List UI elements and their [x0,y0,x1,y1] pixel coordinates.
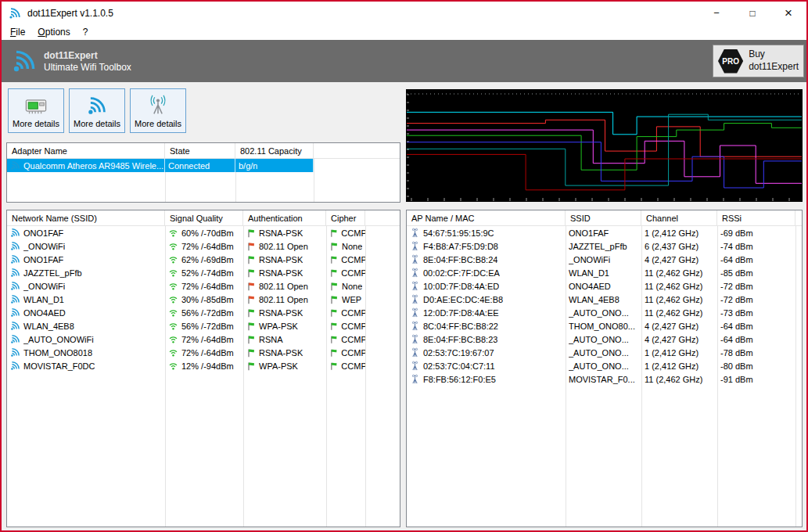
cell: 11 (2,462 GHz) [641,266,717,279]
window-title: dot11Expert v1.1.0.5 [27,8,113,19]
cell: 1 (2,412 GHz) [641,346,717,359]
column-header[interactable]: Signal Quality [165,210,243,225]
column-header[interactable]: SSID [566,210,641,225]
network-row[interactable]: ONO1FAF 60% /-70dBm RSNA-PSK CCMP [7,226,400,239]
banner-text: dot11Expert Ultimate Wifi Toolbox [44,50,131,73]
network-row[interactable]: MOVISTAR_F0DC 12% /-94dBm WPA-PSK CCMP [7,359,400,372]
network-row[interactable]: WLAN_D1 30% /-85dBm 802.11 Open WEP [7,293,400,306]
cell: 4 (2,427 GHz) [641,332,717,346]
signal-label: 72% /-64dBm [181,282,234,291]
ap-row[interactable]: 00:02:CF:7F:DC:EAWLAN_D111 (2,462 GHz)-8… [407,266,802,279]
cell: Qualcomm Atheros AR9485 Wirele... [7,159,165,172]
list-body: Qualcomm Atheros AR9485 Wirele...Connect… [7,159,400,202]
buy-line1: Buy [749,49,799,61]
column-header[interactable]: RSSi [717,210,795,225]
cell: 8E:04:FF:BC:B8:24 [407,253,566,266]
column-header[interactable]: Adapter Name [7,143,165,158]
network-row[interactable]: _AUTO_ONOWiFi 72% /-64dBm RSNA CCMP [7,332,400,346]
cell: CCMP [326,332,365,346]
buy-pro-button[interactable]: PRO Buy dot11Expert [713,45,804,77]
ap-row[interactable]: 02:53:7C:04:C7:11_AUTO_ONO...1 (2,412 GH… [407,359,802,372]
cell: CCMP [326,319,365,332]
more-details-button-2[interactable]: More details [69,88,125,133]
cell: 1 (2,412 GHz) [641,226,717,239]
ssid-label: ONO1FAF [23,228,63,238]
minimize-button[interactable]: − [698,2,734,24]
ap-channel: 4 (2,427 GHz) [645,335,698,344]
column-header[interactable]: Network Name (SSID) [7,210,165,225]
flag-icon [246,322,256,331]
cell: WPA-PSK [243,359,326,372]
wifi-icon [10,307,20,318]
menu-options[interactable]: Options [31,25,76,39]
cell: -85 dBm [717,266,795,279]
more-details-button-3[interactable]: More details [130,88,186,133]
cell: 6 (2,437 GHz) [641,239,717,253]
flag-icon [329,361,338,371]
network-row[interactable]: WLAN_4EB8 56% /-72dBm WPA-PSK CCMP [7,319,400,332]
flag-icon [246,268,256,278]
ssid-label: ONO1FAF [23,255,63,264]
network-row[interactable]: THOM_ONO8018 72% /-64dBm RSNA-PSK CCMP [7,346,400,359]
ap-ssid: _AUTO_ONO... [569,335,629,344]
signal-quality-icon [168,228,178,238]
signal-label: 56% /-72dBm [181,308,234,318]
cell: _ONOWiFi [7,279,165,293]
network-row[interactable]: _ONOWiFi 72% /-64dBm 802.11 Open None [7,279,400,293]
buy-line2: dot11Expert [749,61,799,74]
ap-row[interactable]: 02:53:7C:19:67:07_AUTO_ONO...1 (2,412 GH… [407,346,802,359]
more-details-button-1[interactable]: More details [8,88,64,133]
signal-label: 52% /-74dBm [181,268,234,278]
ssid-label: _AUTO_ONOWiFi [23,335,94,344]
ap-row[interactable]: F4:B8:A7:F5:D9:D8JAZZTEL_pFfb6 (2,437 GH… [407,239,802,253]
ap-channel: 1 (2,412 GHz) [645,361,698,371]
auth-label: RSNA-PSK [259,348,303,358]
column-header[interactable]: 802.11 Capacity [235,143,314,158]
cell: 8E:04:FF:BC:B8:23 [407,332,566,346]
flag-icon [329,308,338,318]
antenna-icon [410,347,420,358]
flag-icon [329,268,338,278]
column-header[interactable]: AP Name / MAC [407,210,566,225]
close-button[interactable]: × [770,2,806,24]
cell: MOVISTAR_F0... [566,372,641,386]
network-row[interactable]: _ONOWiFi 72% /-64dBm 802.11 Open None [7,239,400,253]
cell: WLAN_4EB8 [566,293,641,306]
flag-icon [329,228,338,238]
ap-row[interactable]: D0:AE:EC:DC:4E:B8WLAN_4EB811 (2,462 GHz)… [407,293,802,306]
ap-mac: 00:02:CF:7F:DC:EA [423,268,500,278]
ap-row[interactable]: F8:FB:56:12:F0:E5MOVISTAR_F0...11 (2,462… [407,372,802,386]
ap-ssid: ONO4AED [569,282,611,291]
ap-row[interactable]: 54:67:51:95:15:9CONO1FAF1 (2,412 GHz)-69… [407,226,802,239]
network-row[interactable]: JAZZTEL_pFfb 52% /-74dBm RSNA-PSK CCMP [7,266,400,279]
adapter-row[interactable]: Qualcomm Atheros AR9485 Wirele...Connect… [7,159,400,172]
column-header[interactable]: State [165,143,235,158]
flag-icon [329,282,339,291]
ap-row[interactable]: 12:0D:7F:D8:4A:EE_AUTO_ONO...11 (2,462 G… [407,306,802,319]
column-header[interactable]: Authentication [243,210,326,225]
column-header[interactable]: Cipher [326,210,365,225]
flag-icon [329,348,338,358]
cell: CCMP [326,266,365,279]
cell: 72% /-64dBm [165,346,243,359]
menu-file[interactable]: File [4,25,31,39]
maximize-button[interactable]: □ [734,2,770,24]
cell: 8C:04:FF:BC:B8:22 [407,319,566,332]
ap-ssid: MOVISTAR_F0... [569,375,635,384]
ap-row[interactable]: 8E:04:FF:BC:B8:24_ONOWiFi4 (2,427 GHz)-6… [407,253,802,266]
ap-row[interactable]: 8E:04:FF:BC:B8:23_AUTO_ONO...4 (2,427 GH… [407,332,802,346]
network-row[interactable]: ONO1FAF 62% /-69dBm RSNA-PSK CCMP [7,253,400,266]
signal-label: 30% /-85dBm [181,295,234,304]
cell: 1 (2,412 GHz) [641,359,717,372]
ap-rssi: -64 dBm [720,255,753,264]
ap-row[interactable]: 10:0D:7F:D8:4A:EDONO4AED11 (2,462 GHz)-7… [407,279,802,293]
cell: None [326,279,365,293]
cipher-label: CCMP [341,268,365,278]
menu-help[interactable]: ? [77,25,95,39]
ap-row[interactable]: 8C:04:FF:BC:B8:22THOM_ONO80...4 (2,427 G… [407,319,802,332]
network-row[interactable]: ONO4AED 56% /-72dBm RSNA-PSK CCMP [7,306,400,319]
cell: ONO1FAF [566,226,641,239]
antenna-icon [410,294,420,304]
column-header[interactable]: Channel [641,210,717,225]
cell: 4 (2,427 GHz) [641,319,717,332]
